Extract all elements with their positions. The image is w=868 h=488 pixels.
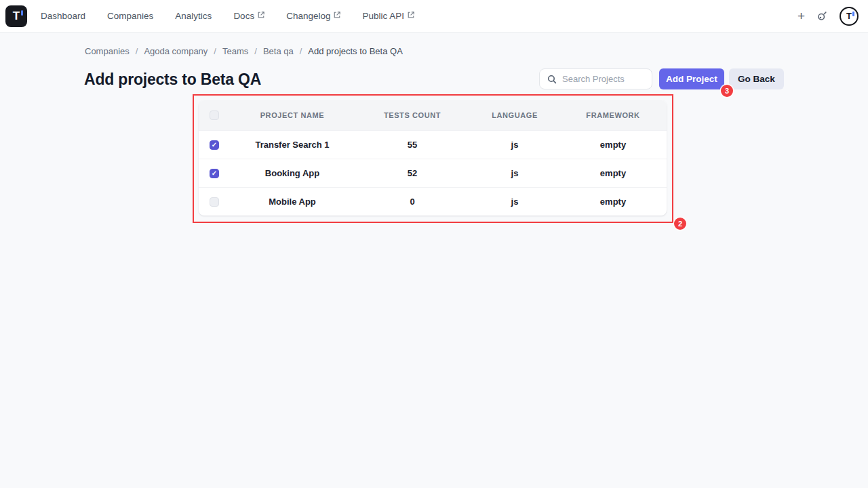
topbar-right-actions: + T [797, 7, 868, 26]
cell-project-name: Transfer Search 1 [230, 140, 355, 150]
avatar-letter: T [846, 12, 852, 20]
breadcrumb-separator: / [136, 46, 138, 56]
cell-framework: empty [559, 197, 667, 207]
column-header-project-name: PROJECT NAME [230, 111, 355, 119]
row-checkbox-cell [199, 169, 230, 178]
nav-item-label: Dashboard [41, 11, 85, 21]
cell-language: js [470, 140, 559, 150]
brand-logo-letter: T [13, 10, 20, 22]
cell-tests-count: 0 [355, 197, 470, 207]
breadcrumb-separator: / [214, 46, 216, 56]
nav-item-dashboard[interactable]: Dashboard [41, 11, 85, 21]
table-row[interactable]: Transfer Search 1 55 js empty [199, 130, 667, 159]
header-checkbox-cell [199, 110, 230, 120]
cell-tests-count: 55 [355, 140, 470, 150]
nav-item-public-api[interactable]: Public API [362, 11, 414, 21]
cell-tests-count: 52 [355, 168, 470, 178]
search-icon [547, 75, 557, 84]
app-window: T Dashboard Companies Analytics Docs Cha… [0, 0, 868, 488]
projects-table: PROJECT NAME TESTS COUNT LANGUAGE FRAMEW… [199, 100, 667, 216]
add-project-button[interactable]: Add Project [659, 68, 724, 89]
nav-item-companies[interactable]: Companies [107, 11, 153, 21]
row-checkbox[interactable] [210, 197, 219, 207]
row-checkbox-cell [199, 197, 230, 207]
cell-framework: empty [559, 168, 667, 178]
row-checkbox[interactable] [210, 169, 219, 178]
user-avatar[interactable]: T [840, 7, 859, 26]
top-navigation-bar: T Dashboard Companies Analytics Docs Cha… [0, 0, 868, 33]
annotation-badge-2: 2 [674, 218, 686, 230]
external-link-icon [408, 12, 414, 18]
nav-item-docs[interactable]: Docs [233, 11, 264, 21]
breadcrumb-separator: / [254, 46, 257, 56]
search-projects-box[interactable] [539, 68, 652, 89]
breadcrumb-item-companies[interactable]: Companies [85, 46, 130, 56]
column-header-language: LANGUAGE [470, 111, 559, 119]
cell-project-name: Mobile App [230, 197, 355, 207]
external-link-icon [258, 12, 264, 18]
search-projects-input[interactable] [562, 74, 644, 84]
column-header-tests-count: TESTS COUNT [355, 111, 470, 119]
breadcrumb: Companies / Agoda company / Teams / Beta… [85, 46, 403, 56]
breadcrumb-item-agoda-company[interactable]: Agoda company [144, 46, 208, 56]
cell-framework: empty [559, 140, 667, 150]
row-checkbox[interactable] [210, 140, 219, 150]
nav-item-analytics[interactable]: Analytics [175, 11, 212, 21]
nav-item-label: Changelog [286, 11, 330, 21]
external-link-icon [334, 12, 340, 18]
page-title: Add projects to Beta QA [84, 69, 261, 89]
main-nav: Dashboard Companies Analytics Docs Chang… [41, 11, 414, 21]
breadcrumb-item-beta-qa[interactable]: Beta qa [263, 46, 294, 56]
add-new-button[interactable]: + [797, 9, 805, 22]
cell-project-name: Booking App [230, 168, 355, 178]
table-header-row: PROJECT NAME TESTS COUNT LANGUAGE FRAMEW… [199, 100, 667, 130]
nav-item-label: Public API [362, 11, 404, 21]
select-all-checkbox[interactable] [210, 110, 219, 120]
cell-language: js [470, 197, 559, 207]
go-back-button[interactable]: Go Back [729, 68, 784, 89]
breadcrumb-item-current: Add projects to Beta QA [308, 46, 402, 56]
brand-logo[interactable]: T [5, 5, 27, 27]
row-checkbox-cell [199, 140, 230, 150]
breadcrumb-separator: / [300, 46, 302, 56]
breadcrumb-item-teams[interactable]: Teams [222, 46, 248, 56]
table-row[interactable]: Booking App 52 js empty [199, 159, 667, 187]
nav-item-changelog[interactable]: Changelog [286, 11, 340, 21]
nav-item-label: Docs [233, 11, 254, 21]
cell-language: js [470, 168, 559, 178]
quick-search-icon[interactable] [816, 10, 828, 22]
column-header-framework: FRAMEWORK [559, 111, 667, 119]
nav-item-label: Analytics [175, 11, 212, 21]
table-row[interactable]: Mobile App 0 js empty [199, 187, 667, 216]
nav-item-label: Companies [107, 11, 153, 21]
